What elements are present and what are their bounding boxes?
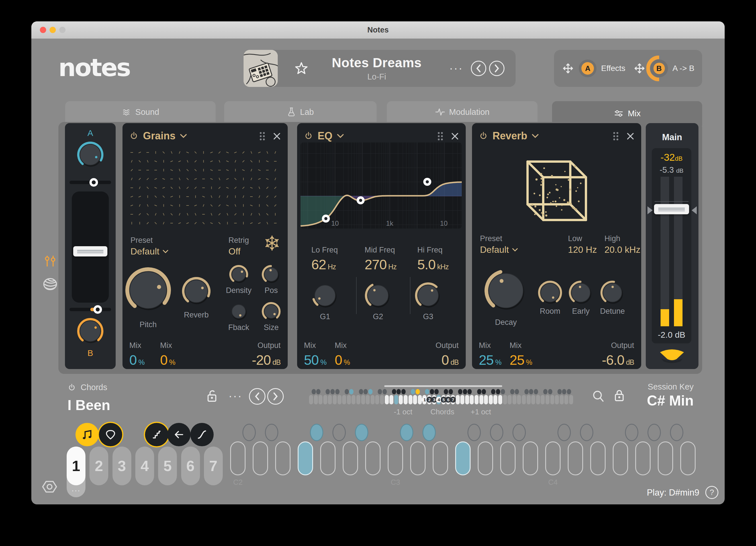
mini-key[interactable] (418, 395, 422, 404)
mini-key[interactable] (550, 395, 554, 404)
white-key[interactable] (590, 441, 606, 475)
black-key[interactable] (310, 424, 323, 441)
black-key[interactable] (512, 424, 526, 441)
mini-black-key[interactable] (557, 389, 562, 394)
white-key[interactable] (343, 441, 358, 475)
mini-black-key[interactable] (458, 389, 462, 394)
fader-arrow-right-icon[interactable] (692, 206, 697, 214)
mini-key[interactable] (484, 395, 488, 404)
mini-black-key[interactable] (496, 389, 500, 394)
effects-slot[interactable]: A Effects (562, 60, 625, 77)
mini-key[interactable] (328, 395, 332, 404)
mini-black-key[interactable] (326, 389, 330, 394)
mini-black-key[interactable] (397, 389, 401, 394)
white-key[interactable] (410, 441, 426, 475)
channel-b-knob[interactable] (77, 318, 103, 344)
chord-mode-button[interactable] (75, 423, 99, 446)
mini-black-key[interactable] (477, 389, 481, 394)
white-key[interactable] (500, 441, 516, 475)
low-cut-value[interactable]: 120 Hz (568, 244, 597, 255)
white-key[interactable] (680, 441, 696, 475)
mini-black-key[interactable] (449, 389, 453, 394)
mini-key[interactable] (512, 395, 516, 404)
fader-arrow-left-icon[interactable] (647, 206, 653, 214)
move-icon[interactable] (633, 62, 646, 75)
mini-key[interactable] (479, 395, 483, 404)
output-value[interactable]: -20dB (252, 352, 281, 368)
chord-next-button[interactable] (267, 388, 284, 405)
tab-lab[interactable]: Lab (224, 101, 377, 123)
octave-up-label[interactable]: +1 oct (471, 408, 491, 416)
mini-black-key[interactable] (543, 389, 547, 394)
mix-a-value[interactable]: 0% (129, 352, 144, 368)
mini-key[interactable] (560, 395, 564, 404)
black-key[interactable] (580, 424, 593, 441)
mini-black-key[interactable] (363, 389, 368, 394)
mini-black-key[interactable] (416, 389, 420, 394)
mix-b-value[interactable]: 25% (510, 352, 532, 368)
settings-hexnut-icon[interactable] (42, 480, 58, 494)
mini-black-key[interactable] (312, 389, 316, 394)
mini-black-key[interactable] (501, 389, 505, 394)
mini-key[interactable] (380, 395, 384, 404)
mini-key[interactable] (564, 395, 568, 404)
mini-black-key[interactable] (345, 389, 349, 394)
help-icon[interactable]: ? (705, 486, 718, 499)
output-value[interactable]: -6.0dB (602, 352, 634, 368)
mini-black-key[interactable] (548, 389, 552, 394)
black-key[interactable] (467, 424, 481, 441)
favorite-star-icon[interactable] (294, 61, 308, 75)
reverb-space-visualizer[interactable] (515, 146, 600, 231)
main-fader-handle[interactable] (654, 204, 689, 214)
arp-steps-button[interactable] (145, 423, 168, 446)
power-icon[interactable] (479, 131, 488, 140)
retrig-value[interactable]: Off (228, 246, 240, 257)
mini-black-key[interactable] (411, 389, 415, 394)
mini-key[interactable] (465, 395, 469, 404)
chord-pad-3[interactable]: 3 (113, 447, 131, 485)
mini-black-key[interactable] (444, 389, 448, 394)
high-cut-value[interactable]: 20.0 kHz (604, 244, 640, 255)
mini-black-key[interactable] (482, 389, 486, 394)
mini-key[interactable] (318, 395, 322, 404)
pitch-knob[interactable] (125, 267, 171, 313)
mini-key[interactable] (333, 395, 337, 404)
white-key[interactable] (635, 441, 651, 475)
arp-curve-button[interactable] (190, 423, 214, 446)
room-knob[interactable] (538, 281, 562, 305)
grain-visualizer[interactable] (128, 149, 282, 229)
mini-key[interactable] (536, 395, 540, 404)
mini-black-key[interactable] (330, 389, 335, 394)
preset-prev-button[interactable] (471, 61, 486, 76)
white-key[interactable] (320, 441, 336, 475)
chord-pad-6[interactable]: 6 (181, 447, 200, 485)
chord-pad-1[interactable]: 1 (67, 447, 85, 485)
black-key[interactable] (625, 424, 638, 441)
mini-black-key[interactable] (434, 389, 439, 394)
close-icon[interactable] (451, 132, 459, 140)
eq-curve-display[interactable]: 10 1k 10 (301, 142, 462, 228)
chord-pad-2[interactable]: 2 (89, 447, 108, 485)
mini-key[interactable] (527, 395, 531, 404)
white-key[interactable] (523, 441, 538, 475)
channel-b-slider[interactable] (70, 308, 111, 311)
mini-key[interactable] (404, 395, 408, 404)
white-key[interactable] (478, 441, 493, 475)
chords-more-icon[interactable]: ··· (228, 390, 242, 402)
black-key[interactable] (332, 424, 346, 441)
mid-freq-value[interactable]: 270Hz (365, 257, 397, 272)
white-key[interactable] (388, 441, 403, 475)
pos-knob[interactable] (262, 265, 281, 284)
peak-readout[interactable]: -32dB (652, 152, 691, 163)
freeze-snowflake-icon[interactable] (264, 235, 280, 251)
white-key[interactable] (275, 441, 291, 475)
white-key[interactable] (658, 441, 673, 475)
g2-knob[interactable] (365, 283, 391, 309)
black-key[interactable] (422, 424, 436, 441)
mini-key[interactable] (408, 395, 412, 404)
mini-black-key[interactable] (491, 389, 495, 394)
mini-black-key[interactable] (515, 389, 519, 394)
mini-key[interactable] (375, 395, 379, 404)
globe-icon[interactable] (42, 277, 58, 292)
chord-prev-button[interactable] (249, 388, 265, 405)
